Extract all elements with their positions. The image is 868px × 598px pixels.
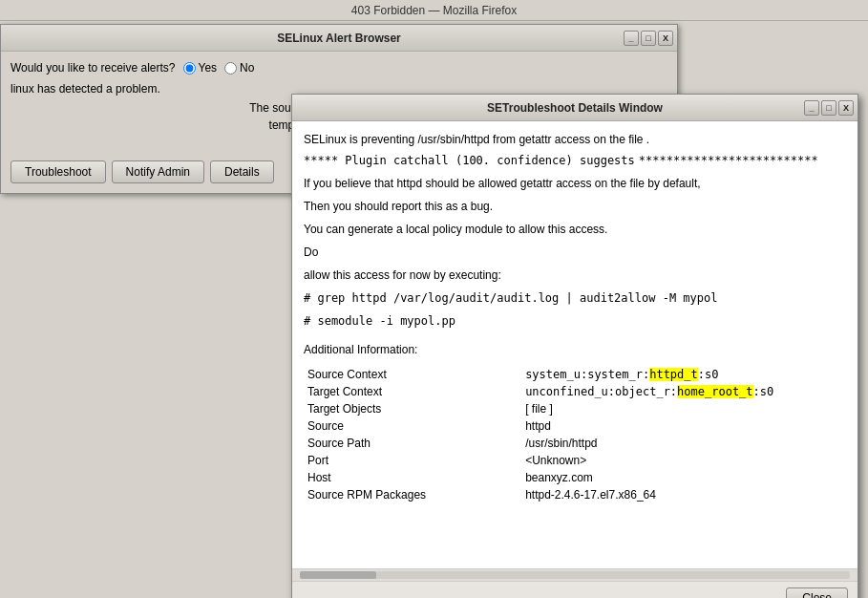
scrollbar-track[interactable]: [300, 571, 850, 579]
source-rpm-label: Source RPM Packages: [304, 486, 521, 503]
host-value: beanxyz.com: [521, 469, 846, 486]
report-bug-line: Then you should report this as a bug.: [304, 198, 846, 215]
source-rpm-row: Source RPM Packages httpd-2.4.6-17.el7.x…: [304, 486, 846, 503]
target-objects-label: Target Objects: [304, 400, 521, 417]
scrollbar-thumb[interactable]: [300, 571, 376, 579]
details-window: SETroubleshoot Details Window _ □ X SELi…: [291, 94, 858, 598]
allow-access-line: allow this access for now by executing:: [304, 267, 846, 284]
selinux-titlebar: SELinux Alert Browser _ □ X: [1, 25, 677, 52]
source-context-value: system_u:system_r:httpd_t:s0: [521, 366, 846, 383]
info-table: Source Context system_u:system_r:httpd_t…: [304, 366, 846, 503]
port-row: Port <Unknown>: [304, 452, 846, 469]
details-button[interactable]: Details: [210, 160, 274, 183]
browser-title: 403 Forbidden — Mozilla Firefox: [351, 4, 517, 17]
selinux-window-controls: _ □ X: [624, 31, 673, 46]
source-label: Source: [304, 417, 521, 435]
source-context-row: Source Context system_u:system_r:httpd_t…: [304, 366, 846, 383]
no-label: No: [240, 61, 254, 75]
target-context-post: :s0: [753, 385, 774, 398]
details-titlebar: SETroubleshoot Details Window _ □ X: [292, 95, 857, 121]
source-path-value: /usr/sbin/httpd: [521, 435, 846, 452]
details-maximize-btn[interactable]: □: [821, 100, 836, 116]
source-path-label: Source Path: [304, 435, 521, 452]
source-path-row: Source Path /usr/sbin/httpd: [304, 435, 846, 452]
target-context-value: unconfined_u:object_r:home_root_t:s0: [521, 383, 846, 400]
grep-command-line: # grep httpd /var/log/audit/audit.log | …: [304, 289, 846, 307]
target-context-highlight: home_root_t: [677, 385, 752, 398]
close-button[interactable]: Close: [786, 587, 848, 598]
target-context-label: Target Context: [304, 383, 521, 400]
generate-policy-line: You can generate a local policy module t…: [304, 221, 846, 238]
selinux-title: SELinux Alert Browser: [277, 32, 401, 45]
source-row: Source httpd: [304, 417, 846, 435]
stars-right: **************************: [639, 154, 818, 167]
port-label: Port: [304, 452, 521, 469]
host-row: Host beanxyz.com: [304, 469, 846, 486]
no-radio[interactable]: [224, 62, 237, 75]
browser-titlebar: 403 Forbidden — Mozilla Firefox: [0, 0, 868, 21]
notify-admin-button[interactable]: Notify Admin: [112, 160, 204, 183]
troubleshoot-button[interactable]: Troubleshoot: [11, 160, 106, 183]
source-value: httpd: [521, 417, 846, 435]
yes-radio-option[interactable]: Yes: [183, 61, 218, 75]
no-radio-option[interactable]: No: [224, 61, 254, 75]
details-window-controls: _ □ X: [804, 100, 854, 116]
details-body: SELinux is preventing /usr/sbin/httpd fr…: [292, 121, 857, 568]
source-context-pre: system_u:system_r:: [525, 368, 649, 381]
target-context-row: Target Context unconfined_u:object_r:hom…: [304, 383, 846, 400]
target-context-pre: unconfined_u:object_r:: [525, 385, 677, 398]
selinux-maximize-btn[interactable]: □: [641, 31, 656, 46]
additional-info-label: Additional Information:: [304, 341, 846, 358]
selinux-close-btn[interactable]: X: [658, 31, 673, 46]
selinux-minimize-btn[interactable]: _: [624, 31, 639, 46]
host-label: Host: [304, 469, 521, 486]
yes-radio[interactable]: [183, 62, 196, 75]
source-context-highlight: httpd_t: [649, 368, 698, 381]
stars-left: ***** Plugin catchall (100. confidence) …: [304, 154, 635, 167]
source-rpm-value: httpd-2.4.6-17.el7.x86_64: [521, 486, 846, 503]
source-context-label: Source Context: [304, 366, 521, 383]
yes-label: Yes: [199, 61, 218, 75]
do-line: Do: [304, 244, 846, 261]
details-minimize-btn[interactable]: _: [804, 100, 819, 116]
target-objects-row: Target Objects [ file ]: [304, 400, 846, 417]
details-title: SETroubleshoot Details Window: [487, 101, 663, 115]
believe-line: If you believe that httpd should be allo…: [304, 175, 846, 192]
plugin-catchall-line: ***** Plugin catchall (100. confidence) …: [304, 154, 846, 167]
port-value: <Unknown>: [521, 452, 846, 469]
scrollbar-container[interactable]: [292, 568, 857, 581]
selinux-preventing-line: SELinux is preventing /usr/sbin/httpd fr…: [304, 131, 846, 148]
details-footer: Close: [292, 581, 857, 598]
semodule-command-line: # semodule -i mypol.pp: [304, 312, 846, 330]
alerts-label: Would you like to receive alerts?: [11, 61, 176, 75]
target-objects-value: [ file ]: [521, 400, 846, 417]
alerts-row: Would you like to receive alerts? Yes No: [11, 61, 667, 75]
details-close-btn[interactable]: X: [838, 100, 854, 116]
source-context-post: :s0: [698, 368, 719, 381]
